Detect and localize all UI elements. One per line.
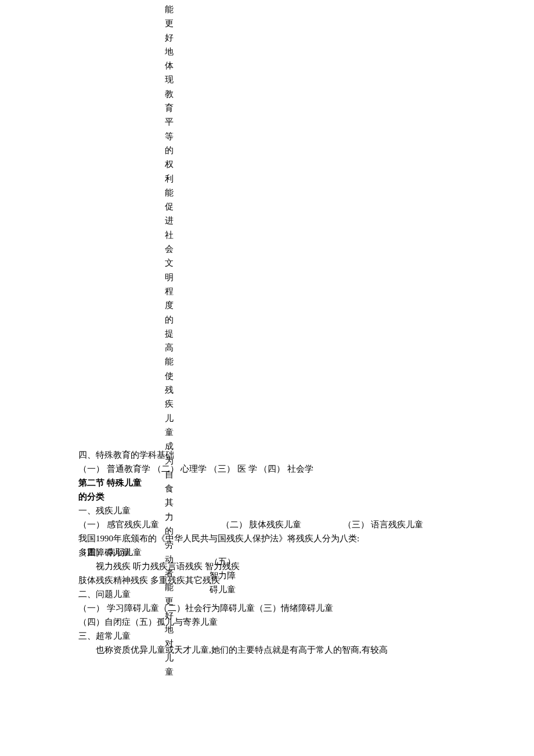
vertical-char: 童	[164, 665, 174, 679]
cat1-r1-b: （二） 肢体残疾儿童	[200, 518, 322, 531]
cat1-row1: （一） 感官残疾儿童 （二） 肢体残疾儿童 （三） 语言残疾儿童	[78, 518, 456, 531]
vertical-char: 实	[164, 679, 174, 680]
section-2-heading: 第二节 特殊儿童的分类	[78, 476, 142, 504]
cat2-items-2: （四）自闭症（五）孤儿与寄养儿童	[78, 615, 456, 629]
section-4-title: 四、特殊教育的学科基础	[78, 448, 456, 462]
cat3-title: 三、超常儿童	[78, 629, 456, 643]
cat1-r1-c: （三） 语言残疾儿童	[322, 518, 444, 531]
cat2-items-1: （一） 学习障碍儿童（二）社会行为障碍儿童（三）情绪障碍儿童	[78, 601, 456, 615]
section-4-items: （一） 普通教育学 （二） 心理学 （三） 医 学 （四） 社会学	[78, 462, 456, 476]
cat3-description: 也称资质优异儿童或天才儿童,她们的主要特点就是有高于常人的智商,有较高	[78, 643, 456, 657]
cat1-r1-a: （一） 感官残疾儿童	[78, 518, 200, 531]
main-content: 四、特殊教育的学科基础 （一） 普通教育学 （二） 心理学 （三） 医 学 （四…	[78, 0, 456, 657]
cat2-title: 二、问题儿童	[78, 587, 456, 601]
law-line: 我国1990年底颁布的《中华人民共与国残疾人保护法》将残疾人分为八类:	[78, 531, 456, 545]
cat1-title: 一、残疾儿童	[78, 504, 456, 518]
